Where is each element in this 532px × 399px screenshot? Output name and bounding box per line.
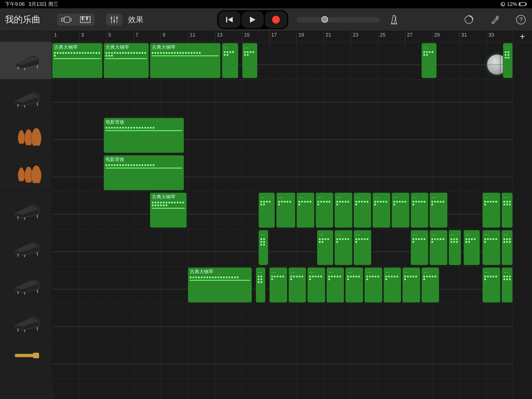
midi-region[interactable]: … — [222, 43, 239, 78]
midi-region[interactable]: … — [421, 43, 437, 78]
orientation-lock-icon — [500, 2, 505, 7]
midi-region[interactable]: 古典大钢琴 — [188, 267, 252, 303]
piano-view-button[interactable] — [76, 14, 95, 26]
region-label: … — [298, 194, 313, 199]
bar-tick: 11 — [188, 31, 195, 42]
metronome-button[interactable] — [388, 14, 400, 26]
svg-rect-6 — [71, 18, 71, 21]
track-header[interactable] — [0, 229, 52, 267]
midi-region[interactable]: … — [383, 267, 401, 303]
midi-region[interactable]: … — [502, 267, 513, 303]
midi-region[interactable]: … — [316, 193, 334, 228]
tracks-view-button[interactable] — [57, 14, 76, 26]
track-header[interactable] — [0, 80, 52, 117]
track-header-spacer — [0, 31, 52, 42]
settings-button[interactable] — [489, 14, 501, 26]
fx-button[interactable]: 效果 — [128, 14, 144, 25]
midi-region[interactable]: 古典大钢琴 — [150, 43, 221, 78]
region-label: … — [505, 44, 511, 50]
region-label: … — [347, 268, 361, 274]
track-header[interactable] — [0, 267, 52, 304]
midi-region[interactable]: … — [354, 230, 372, 265]
midi-region[interactable]: … — [482, 230, 500, 265]
midi-region[interactable]: … — [259, 193, 275, 228]
midi-region[interactable]: … — [256, 267, 265, 303]
region-label: … — [413, 231, 427, 237]
track-controls-button[interactable] — [106, 14, 122, 26]
midi-region[interactable]: 古典大钢琴 — [52, 43, 103, 78]
position-scrubber[interactable] — [296, 17, 380, 22]
midi-region[interactable]: 电影音效 — [104, 155, 184, 190]
bar-tick: 1 — [52, 31, 57, 42]
scrubber-handle[interactable] — [321, 16, 328, 23]
play-button[interactable] — [242, 11, 264, 28]
bar-tick: 21 — [324, 31, 331, 42]
track-header[interactable] — [0, 117, 52, 154]
ruler-row: 13579111315171921232527293133 + — [0, 31, 532, 42]
record-button[interactable] — [265, 11, 287, 28]
midi-region[interactable]: … — [354, 193, 372, 228]
region-label: 古典大钢琴 — [54, 44, 101, 50]
region-label: … — [258, 268, 264, 274]
svg-text:?: ? — [519, 16, 523, 23]
midi-region[interactable]: … — [372, 193, 390, 228]
add-track-button[interactable]: + — [513, 31, 532, 42]
bar-tick: 15 — [242, 31, 250, 42]
midi-region[interactable]: … — [259, 230, 268, 265]
midi-region[interactable]: … — [269, 267, 287, 303]
midi-region[interactable]: … — [502, 230, 513, 265]
midi-region[interactable]: … — [421, 267, 439, 303]
midi-region[interactable]: … — [288, 267, 306, 303]
midi-region[interactable]: … — [334, 193, 352, 228]
track-lane[interactable] — [52, 341, 513, 379]
midi-region[interactable]: … — [402, 267, 420, 303]
region-label: … — [484, 231, 498, 237]
region-label: … — [431, 194, 446, 199]
midi-region[interactable]: … — [482, 267, 500, 303]
timeline[interactable]: 古典大钢琴古典大钢琴古典大钢琴…………电影音效电影音效古典大钢琴……………………… — [52, 42, 513, 399]
region-label: … — [290, 268, 305, 274]
midi-region[interactable]: … — [307, 267, 325, 303]
track-header[interactable] — [0, 304, 52, 341]
midi-region[interactable]: … — [411, 193, 429, 228]
midi-region[interactable]: … — [296, 193, 314, 228]
song-title[interactable]: 我的乐曲 — [5, 14, 40, 26]
midi-region[interactable]: … — [503, 43, 513, 78]
midi-region[interactable]: … — [326, 267, 344, 303]
help-button[interactable]: ? — [515, 14, 527, 26]
timeline-right-gutter — [513, 42, 532, 399]
bar-tick: 31 — [459, 31, 467, 42]
transport-controls — [217, 10, 288, 29]
track-lane[interactable] — [52, 80, 513, 117]
region-label: … — [484, 268, 498, 274]
track-lane[interactable] — [52, 304, 513, 341]
midi-region[interactable]: … — [242, 43, 257, 78]
midi-region[interactable]: … — [364, 267, 382, 303]
midi-region[interactable]: … — [392, 193, 410, 228]
midi-region[interactable]: … — [411, 230, 429, 265]
midi-region[interactable]: … — [502, 193, 513, 228]
piano-icon — [14, 239, 39, 256]
midi-region[interactable]: … — [317, 230, 334, 265]
midi-region[interactable]: … — [449, 230, 461, 265]
track-header[interactable] — [0, 341, 52, 379]
rewind-button[interactable] — [218, 11, 241, 28]
loop-browser-button[interactable] — [463, 14, 475, 26]
bar-ruler[interactable]: 13579111315171921232527293133 — [52, 31, 513, 42]
midi-region[interactable]: … — [482, 193, 500, 228]
track-header[interactable] — [0, 42, 52, 80]
midi-region[interactable]: … — [429, 193, 447, 228]
midi-region[interactable]: … — [345, 267, 363, 303]
midi-region[interactable]: … — [276, 193, 296, 228]
midi-region[interactable]: … — [334, 230, 352, 265]
region-label: … — [466, 231, 478, 237]
midi-region[interactable]: 古典大钢琴 — [104, 43, 149, 78]
view-mode-toggle — [57, 14, 95, 26]
track-header[interactable] — [0, 192, 52, 229]
midi-region[interactable]: 古典大钢琴 — [150, 193, 187, 228]
bar-tick: 17 — [269, 31, 277, 42]
track-header[interactable] — [0, 154, 52, 192]
midi-region[interactable]: … — [464, 230, 480, 265]
midi-region[interactable]: 电影音效 — [104, 118, 184, 153]
midi-region[interactable]: … — [429, 230, 447, 265]
